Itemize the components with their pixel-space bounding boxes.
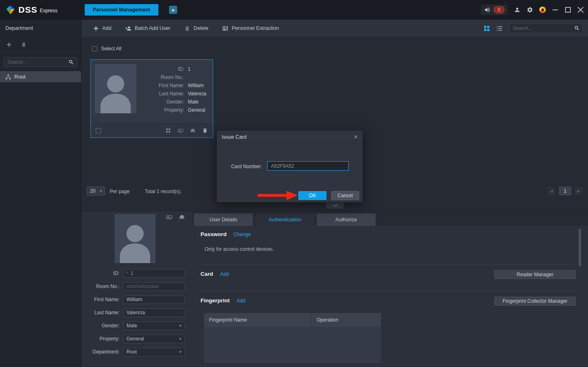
issue-card-dialog: Issue Card × Card Number: OK Cancel: [216, 130, 363, 203]
select-all-checkbox[interactable]: [92, 46, 97, 52]
personnel-extraction-label: Personnel Extraction: [232, 25, 279, 31]
current-page-button[interactable]: 1: [559, 187, 571, 195]
personnel-search-input[interactable]: [509, 25, 571, 31]
alarm-count-badge: 0: [493, 6, 505, 14]
maximize-button[interactable]: [565, 7, 571, 13]
card-title: Card: [201, 271, 213, 277]
close-icon[interactable]: ×: [354, 134, 358, 140]
department-sidebar: Department Root: [0, 20, 81, 367]
select-all-label: Select All: [101, 46, 121, 52]
password-note: Only for access control devices.: [205, 246, 274, 252]
room-no-field[interactable]: [123, 282, 185, 291]
id-card-icon: [222, 25, 228, 32]
gear-icon[interactable]: [527, 7, 533, 13]
fingerprint-section-header: Fingerprint Add: [201, 297, 246, 304]
person-detail-panel: ID: * 1 Room No.: First Name: Last Name:…: [81, 211, 588, 367]
collapse-detail-panel-button[interactable]: [326, 202, 344, 209]
delete-button[interactable]: Delete: [184, 25, 208, 32]
property-select[interactable]: General ▾: [123, 335, 185, 343]
search-icon[interactable]: [571, 25, 583, 31]
dss-logo-icon: [5, 5, 16, 16]
field-value: Male: [188, 99, 198, 105]
form-row-id: ID: * 1: [81, 269, 189, 278]
card-checkbox[interactable]: [96, 128, 101, 133]
tab-authentication[interactable]: Authentication: [255, 214, 314, 226]
tab-user-details[interactable]: User Details: [194, 214, 253, 226]
page-navigation: ◀ 1 ▶: [548, 187, 582, 195]
grid-view-icon[interactable]: [484, 25, 490, 32]
user-icon[interactable]: [514, 7, 520, 13]
add-button[interactable]: Add: [93, 25, 111, 32]
fingerprint-collector-manager-button[interactable]: Fingerprint Collector Manager: [494, 297, 576, 306]
field-label: Department:: [81, 349, 119, 355]
list-view-icon[interactable]: [496, 25, 502, 32]
password-title: Password: [201, 231, 227, 237]
fingerprint-table: Fingerprint Name Operation: [204, 313, 381, 363]
fingerprint-title: Fingerprint: [201, 297, 230, 304]
department-select[interactable]: Root ▾: [123, 348, 185, 356]
scrollbar-thumb[interactable]: [579, 229, 581, 266]
alarm-center-button[interactable]: 0: [481, 5, 508, 15]
add-fingerprint-link[interactable]: Add: [237, 298, 245, 304]
authorize-icon[interactable]: [165, 128, 171, 133]
helmet-icon[interactable]: [190, 128, 196, 133]
delete-department-icon[interactable]: [21, 42, 27, 47]
id-field[interactable]: * 1: [123, 269, 185, 278]
first-name-field[interactable]: [123, 295, 185, 304]
card-field-row: ID: 1: [139, 65, 210, 73]
detail-avatar[interactable]: [115, 214, 155, 263]
field-label: Room No.:: [139, 74, 184, 80]
add-department-icon[interactable]: [6, 42, 12, 47]
field-value: William: [188, 83, 204, 88]
required-marker: *: [126, 271, 128, 276]
personnel-extraction-button[interactable]: Personnel Extraction: [222, 25, 279, 32]
minimize-button[interactable]: [552, 7, 559, 13]
add-card-link[interactable]: Add: [220, 271, 229, 277]
issue-card-icon[interactable]: [178, 128, 183, 133]
ok-button[interactable]: OK: [298, 191, 327, 200]
field-label: Last Name:: [81, 310, 119, 315]
gender-select[interactable]: Male ▾: [123, 322, 185, 330]
chevron-down-icon: ▾: [179, 350, 181, 354]
batch-add-user-button[interactable]: Batch Add User: [125, 25, 170, 32]
dss-express-window: DSS Express Personnel Management + 0: [0, 0, 588, 367]
field-label: Gender:: [139, 99, 184, 105]
chevron-down-icon: ▾: [179, 337, 181, 341]
sidebar-item-root[interactable]: Root: [0, 71, 81, 82]
field-label: Property:: [81, 336, 119, 342]
close-button[interactable]: [577, 7, 584, 13]
per-page-label: Per page: [110, 189, 130, 194]
department-value: Root: [126, 349, 137, 355]
last-name-field[interactable]: [123, 308, 185, 317]
brand-name: DSS: [18, 5, 37, 15]
field-label: First Name:: [139, 83, 184, 88]
issue-card-icon[interactable]: [166, 214, 172, 220]
department-search-input[interactable]: [4, 59, 65, 65]
delete-person-icon[interactable]: [202, 128, 208, 133]
change-password-link[interactable]: Change: [234, 232, 251, 237]
cancel-button[interactable]: Cancel: [331, 191, 359, 200]
search-icon[interactable]: [65, 59, 77, 65]
field-value: 1: [188, 66, 191, 72]
card-field-row: Gender: Male: [139, 98, 210, 106]
titlebar-actions: 0: [481, 0, 584, 20]
new-tab-button[interactable]: +: [169, 6, 177, 14]
personnel-toolbar: Add Batch Add User Delete Personnel Extr…: [81, 20, 588, 37]
column-header-fingerprint-name: Fingerprint Name: [204, 313, 312, 327]
reader-manager-button[interactable]: Reader Manager: [494, 270, 576, 279]
helmet-icon[interactable]: [179, 214, 185, 220]
tab-personnel-management[interactable]: Personnel Management: [85, 4, 158, 16]
field-value: Valencia: [188, 91, 206, 97]
tab-authorize[interactable]: Authorize: [317, 214, 376, 226]
card-number-input[interactable]: [267, 161, 349, 171]
per-page-select[interactable]: 20 ▾: [87, 187, 105, 196]
card-field-row: Last Name: Valencia: [139, 90, 210, 98]
select-all-control[interactable]: Select All: [92, 46, 121, 52]
resource-monitor-icon[interactable]: [539, 7, 546, 13]
plus-icon: +: [171, 7, 175, 14]
person-card[interactable]: ID: 1 Room No.: First Name: William Last…: [90, 59, 213, 138]
prev-page-button[interactable]: ◀: [548, 187, 555, 195]
chevron-down-icon: ▾: [100, 189, 102, 193]
column-header-operation: Operation: [312, 313, 381, 327]
next-page-button[interactable]: ▶: [575, 187, 582, 195]
